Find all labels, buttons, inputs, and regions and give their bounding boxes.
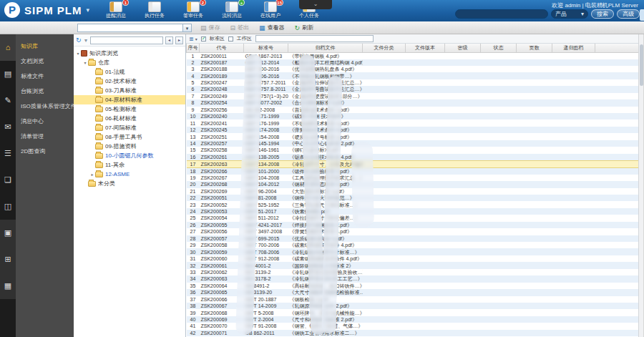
table-cell[interactable]: 《不锈钢冷轧钢板和钢带…》 (288, 72, 363, 79)
table-cell[interactable]: ZSK200064 (200, 283, 244, 289)
table-cell[interactable]: 《大垫圈技术标准 4.pdf》 (288, 188, 363, 195)
column-header[interactable]: 状态 (481, 44, 517, 52)
home-icon[interactable]: ⌂ (0, 34, 16, 61)
sidebar-item-module[interactable]: 台账浏览 (16, 84, 74, 99)
table-cell[interactable]: 《焊接用不锈钢盘条 2.pdf》 (288, 222, 363, 228)
table-row[interactable]: 23ZSK200052GB/T 525-1952《三角带轮廓尺寸系列标准…》 (187, 201, 639, 207)
table-cell[interactable]: 《硬质合金牌号标准 4.pdf》 (288, 133, 363, 140)
table-cell[interactable]: 《高硅耐蚀铸铁、白口铸铁件…》 (288, 283, 363, 289)
search-button[interactable]: 搜索 (591, 9, 614, 19)
table-row[interactable]: 6ZSK200248GB/T 4757.8-2011《金属材料弯曲试验方法汇总…… (187, 86, 639, 92)
tree-node[interactable]: 06-耗材标准 (74, 114, 185, 123)
chevron-down-icon[interactable]: ▾ (87, 6, 90, 14)
table-cell[interactable]: ZSK200053 (200, 208, 244, 215)
workspace-checkbox[interactable] (228, 36, 233, 41)
column-header[interactable]: 文件版本 (406, 44, 445, 52)
column-header[interactable]: 归档文件 (288, 44, 363, 52)
table-row[interactable]: 38ZSK200067GB/T 14-2009《轧钢原料检验记录 2.pdf》 (187, 303, 639, 309)
table-cell[interactable]: ZSK200245 (200, 127, 244, 133)
table-cell[interactable]: ZSK200248 (200, 86, 244, 92)
tree-node[interactable]: ▾仓库 (74, 58, 185, 67)
window-icon[interactable]: ▣ (0, 220, 16, 246)
subtoolbar-action-button[interactable]: ▦查看器 (259, 24, 285, 31)
table-cell[interactable]: 《钢板检验 2.pdf》 (288, 296, 363, 303)
table-row[interactable]: 9ZSK200256GB 252-2008《普通柴油技术条件 2.pdf》 (187, 107, 639, 113)
table-cell[interactable]: ZSK200066 (200, 296, 244, 303)
tree-nav-back-button[interactable]: ◂ (165, 36, 173, 44)
table-cell[interactable]: ZSK200054 (200, 215, 244, 221)
table-row[interactable]: 2ZSK200187GB/T 712-2014《船舶及海洋工程用结构钢 4.pd… (187, 59, 639, 66)
table-filter-input[interactable] (255, 35, 374, 42)
table-cell[interactable]: ZSK200067 (200, 303, 244, 309)
standard-area-checkbox[interactable] (201, 36, 206, 41)
sidebar-item-module[interactable]: ISO质量体系管理文件 (16, 99, 74, 114)
table-cell[interactable]: ZSK200263 (200, 160, 244, 167)
tree-node[interactable]: ▸12-ASME (74, 170, 185, 179)
table-cell[interactable]: ZSK200254 (200, 99, 244, 106)
table-cell[interactable]: 《金属材料弯曲试验方法汇总…》 (288, 86, 363, 92)
column-header[interactable]: 代号 (200, 44, 244, 52)
table-cell[interactable]: 《冷拉圆钢尺寸式样及偏差…》 (288, 215, 363, 221)
table-cell[interactable]: ZSK200057 (200, 235, 244, 242)
table-cell[interactable]: ZSK200052 (200, 201, 244, 207)
table-cell[interactable]: ZSK200266 (200, 167, 244, 175)
tree-node[interactable]: 未分类 (74, 179, 185, 188)
table-row[interactable]: 19ZSK200267GB/T 104-2008《工具钢热处理技术要求汇总…》 (187, 175, 639, 181)
table-cell[interactable]: 《锯条合金钢技术标准 4.pdf》 (288, 154, 363, 161)
tree-node[interactable]: 04-原材料标准 (74, 95, 185, 104)
table-cell[interactable]: ZSK200065 (200, 289, 244, 296)
top-toolbar-button[interactable]: 2签审任务 (177, 1, 209, 21)
table-cell[interactable]: ZSK200268 (200, 181, 244, 187)
table-cell[interactable]: 《优质碳素结构钢 4.pdf》 (288, 235, 363, 242)
table-row[interactable]: 36ZSK200065GB 3139-20《大尺寸钢板内部缺陷检验标准…》 (187, 289, 639, 296)
table-cell[interactable]: ZSK200063 (200, 275, 244, 282)
table-cell[interactable]: ZSK200060 (200, 255, 244, 262)
table-cell[interactable]: ZSK200261 (200, 154, 244, 161)
advanced-search-button[interactable]: 高级 (617, 9, 640, 19)
table-cell[interactable]: 《钢件淬火回火试样规范…》 (288, 195, 363, 201)
table-cell[interactable]: 《轧钢原料检验记录 2.pdf》 (288, 303, 363, 309)
top-toolbar-button[interactable]: 15在线用户 (255, 1, 286, 21)
table-row[interactable]: 26ZSK200055GB/T 4241-2017《焊接用不锈钢盘条 2.pdf… (187, 222, 639, 228)
tree-expander-icon[interactable]: ▸ (89, 172, 95, 177)
table-row[interactable]: 31ZSK200060GB/T 912-2008《碳素钢薄钢板技术条件 4.pd… (187, 255, 639, 262)
table-cell[interactable]: ZSK200069 (200, 316, 244, 323)
table-cell[interactable]: 《工具钢热处理技术要求汇总…》 (288, 175, 363, 181)
table-cell[interactable]: ZSK200240 (200, 113, 244, 119)
table-cell[interactable]: ZSK200251 (200, 133, 244, 140)
tree-filter-icon[interactable]: ▼ (84, 35, 89, 46)
table-cell[interactable]: ZSK200187 (200, 59, 244, 66)
chevron-down-icon[interactable]: ▾ (195, 36, 197, 41)
table-row[interactable]: 40ZSK200069GB/T 2-2004《尺寸和样板检验标准 2.pdf》 (187, 316, 639, 323)
column-header[interactable]: 密级 (445, 44, 481, 52)
table-row[interactable]: 4ZSK200189GB/T 306-2016《不锈钢冷轧钢板和钢带…》 (187, 72, 639, 79)
table-row[interactable]: 12ZSK200245GB/T 174-2008《弹簧钢丝技术条件 4.pdf》 (187, 127, 639, 133)
table-cell[interactable]: ZSK200189 (200, 72, 244, 79)
table-cell[interactable]: ZSK200241 (200, 119, 244, 126)
table-cell[interactable]: ZSK200258 (200, 147, 244, 153)
table-row[interactable]: 29ZSK200058GB/T 700-2006《碳素结构钢技术条件 4.pdf… (187, 242, 639, 248)
tree-node[interactable]: 10-小圆锯几何参数 (74, 151, 185, 160)
tree-node[interactable]: 03-刀具标准 (74, 86, 185, 95)
top-toolbar-button[interactable]: 1提醒消息 (100, 1, 132, 21)
top-toolbar-button[interactable]: +流转消息 (216, 1, 248, 21)
table-row[interactable]: 7ZSK200249GB/T 4757(1~3)-2011《金属材料硬度试验第1… (187, 93, 639, 99)
table-row[interactable]: 1ZSK200011GB/T 1867-2013《带锯条用钢板 4.pdf》 (187, 52, 639, 59)
table-row[interactable]: 33ZSK200062ISO 3139-2《冷轧钢带第2部分检验及验收…》 (187, 269, 639, 275)
table-cell[interactable]: ZSK200256 (200, 107, 244, 113)
layers-icon[interactable]: ❏ (0, 167, 16, 193)
tree-node[interactable]: 11-其余 (74, 160, 185, 170)
collapse-toolbar-button[interactable]: ⌄ (299, 0, 332, 9)
table-row[interactable]: 25ZSK200054GB/T 511-2012《冷拉圆钢尺寸式样及偏差…》 (187, 215, 639, 221)
table-row[interactable]: 34ZSK200063ISO 3178-2《冷轧钢带第2部分加工工艺…》 (187, 275, 639, 282)
scrollbar-thumb[interactable] (640, 44, 643, 86)
table-row[interactable]: 14ZSK200257GB/T 145-1994《中心孔与中心钻标准 2.pdf… (187, 140, 639, 147)
table-cell[interactable]: 《普通柴油技术条件 2.pdf》 (288, 107, 363, 113)
tree-nav-forward-button[interactable]: ▸ (175, 36, 183, 44)
column-header[interactable]: 文件分类 (363, 44, 406, 52)
sidebar-item-active[interactable]: 知识库 (16, 39, 74, 54)
table-row[interactable]: 30ZSK200059GB/T 708-2006《冷轧钢板和钢带尺寸标准…》 (187, 248, 639, 255)
table-row[interactable]: 27ZSK200056GB/T 3497-2008《弹簧垫圈技术标准 4.pdf… (187, 228, 639, 235)
table-cell[interactable]: ZSK200188 (200, 66, 244, 72)
table-row[interactable]: 28ZSK200057GB/T 699-2015《优质碳素结构钢 4.pdf》 (187, 235, 639, 242)
